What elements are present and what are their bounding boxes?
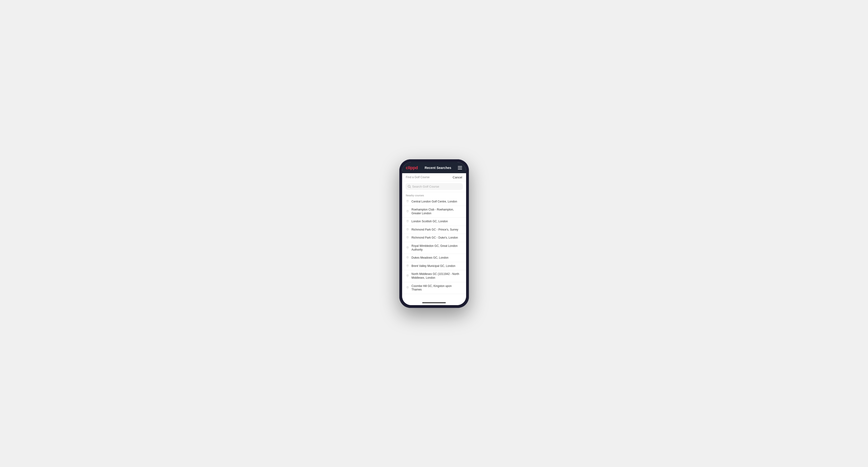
location-pin-icon bbox=[406, 220, 409, 223]
svg-point-3 bbox=[407, 211, 408, 211]
course-list-item[interactable]: Richmond Park GC - Prince's, Surrey bbox=[402, 226, 466, 234]
nearby-section: Nearby courses Central London Golf Centr… bbox=[402, 192, 466, 301]
course-name: Brent Valley Municipal GC, London bbox=[411, 264, 456, 268]
nav-title: Recent Searches bbox=[425, 166, 451, 170]
course-name: Richmond Park GC - Prince's, Surrey bbox=[411, 228, 458, 232]
course-name: London Scottish GC, London bbox=[411, 220, 448, 223]
location-pin-icon bbox=[406, 210, 409, 213]
app-logo: clippd bbox=[406, 165, 418, 170]
search-input-placeholder: Search Golf Course bbox=[412, 185, 439, 188]
course-name: North Middlesex GC (1011942 - North Midd… bbox=[411, 272, 462, 280]
svg-point-9 bbox=[407, 265, 408, 266]
course-list-item[interactable]: North Middlesex GC (1011942 - North Midd… bbox=[402, 270, 466, 282]
course-list-item[interactable]: Roehampton Club - Roehampton, Greater Lo… bbox=[402, 206, 466, 218]
courses-list: Central London Golf Centre, London Roeha… bbox=[402, 198, 466, 294]
location-pin-icon bbox=[406, 246, 409, 250]
course-list-item[interactable]: London Scottish GC, London bbox=[402, 218, 466, 226]
nearby-label: Nearby courses bbox=[402, 192, 466, 198]
location-pin-icon bbox=[406, 236, 409, 240]
course-list-item[interactable]: Central London Golf Centre, London bbox=[402, 198, 466, 206]
svg-point-2 bbox=[407, 200, 408, 201]
course-name: Richmond Park GC - Duke's, London bbox=[411, 236, 458, 240]
location-pin-icon bbox=[406, 228, 409, 231]
location-pin-icon bbox=[406, 256, 409, 259]
svg-point-10 bbox=[407, 275, 408, 276]
svg-point-4 bbox=[407, 221, 408, 221]
svg-point-11 bbox=[407, 287, 408, 288]
search-box[interactable]: Search Golf Course bbox=[405, 183, 463, 190]
cancel-button[interactable]: Cancel bbox=[453, 176, 462, 179]
search-container: Search Golf Course bbox=[402, 181, 466, 192]
find-header: Find a Golf Course Cancel bbox=[402, 173, 466, 181]
location-pin-icon bbox=[406, 275, 409, 278]
location-pin-icon bbox=[406, 264, 409, 268]
svg-line-1 bbox=[410, 187, 411, 188]
home-bar bbox=[422, 302, 446, 303]
course-list-item[interactable]: Royal Wimbledon GC, Great London Authori… bbox=[402, 242, 466, 254]
location-pin-icon bbox=[406, 286, 409, 289]
course-name: Roehampton Club - Roehampton, Greater Lo… bbox=[411, 208, 462, 215]
svg-point-7 bbox=[407, 247, 408, 248]
main-content: Find a Golf Course Cancel Search Golf Co… bbox=[402, 173, 466, 305]
hamburger-menu-icon[interactable] bbox=[458, 166, 462, 169]
svg-point-6 bbox=[407, 237, 408, 238]
location-pin-icon bbox=[406, 200, 409, 203]
svg-point-8 bbox=[407, 257, 408, 258]
phone-frame: clippd Recent Searches Find a Golf Cours… bbox=[399, 159, 469, 308]
home-indicator bbox=[402, 301, 466, 305]
phone-screen: clippd Recent Searches Find a Golf Cours… bbox=[402, 162, 466, 305]
search-icon bbox=[408, 185, 411, 188]
course-name: Royal Wimbledon GC, Great London Authori… bbox=[411, 244, 462, 252]
course-name: Dukes Meadows GC, London bbox=[411, 256, 448, 260]
course-list-item[interactable]: Dukes Meadows GC, London bbox=[402, 254, 466, 262]
course-list-item[interactable]: Brent Valley Municipal GC, London bbox=[402, 262, 466, 271]
course-list-item[interactable]: Coombe Hill GC, Kingston upon Thames bbox=[402, 282, 466, 294]
course-name: Coombe Hill GC, Kingston upon Thames bbox=[411, 284, 462, 292]
nav-bar: clippd Recent Searches bbox=[402, 162, 466, 173]
svg-point-5 bbox=[407, 229, 408, 229]
course-name: Central London Golf Centre, London bbox=[411, 200, 457, 204]
find-label: Find a Golf Course bbox=[406, 176, 430, 179]
course-list-item[interactable]: Richmond Park GC - Duke's, London bbox=[402, 234, 466, 242]
